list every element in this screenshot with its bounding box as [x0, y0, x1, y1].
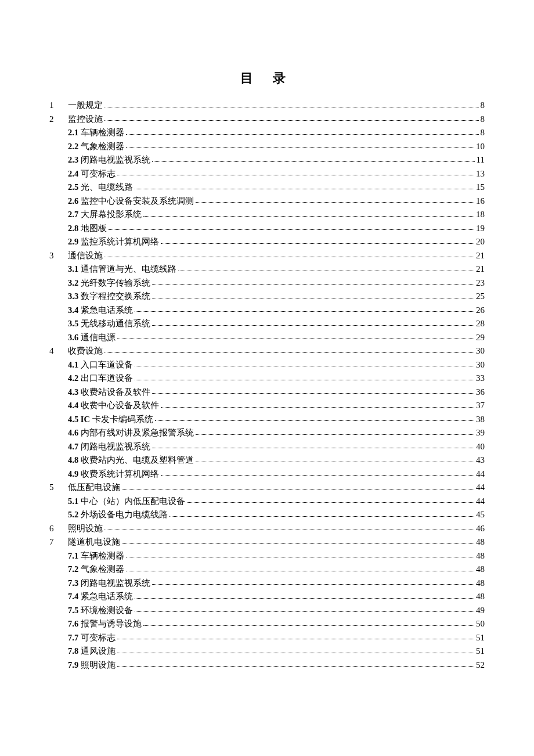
section-number: 2.6 [68, 196, 78, 206]
section-title: 卡发卡编码系统 [92, 415, 153, 424]
toc-entry: 4.6内部有线对讲及紧急报警系统39 [49, 426, 485, 440]
section-number: 2.5 [68, 182, 78, 192]
section-title: 收费站内光、电缆及塑料管道 [81, 455, 194, 465]
entry-text: 7.5环境检测设备 [68, 604, 133, 618]
dot-leader [143, 216, 474, 217]
entry-text: 低压配电设施 [68, 481, 120, 495]
section-title: 入口车道设备 [81, 360, 133, 369]
toc-entry: 7.7可变标志51 [49, 631, 485, 645]
page-number: 51 [476, 645, 485, 658]
page-number: 30 [476, 344, 485, 358]
dot-leader [104, 107, 479, 107]
section-number: 7.1 [68, 551, 78, 560]
section-number: 4.8 [68, 455, 78, 465]
section-number: 7.2 [68, 564, 78, 574]
entry-text: 2.9监控系统计算机网络 [68, 235, 159, 249]
dot-leader [117, 175, 474, 175]
entry-text: 5.2外场设备电力电缆线路 [68, 508, 168, 522]
section-title: 闭路电视监视系统 [81, 442, 150, 451]
section-title: 地图板 [81, 224, 107, 233]
page-number: 48 [476, 577, 485, 591]
dot-leader [122, 543, 474, 544]
dot-leader [152, 161, 474, 162]
toc-entry: 7.9照明设施52 [49, 658, 485, 672]
entry-text: 4.9收费系统计算机网络 [68, 467, 159, 481]
dot-leader [104, 352, 474, 353]
section-number: 2.3 [68, 155, 78, 164]
page-number: 18 [476, 208, 485, 222]
section-title: 照明设施 [81, 660, 116, 669]
dot-leader [126, 571, 474, 571]
section-title: 可变标志 [81, 169, 116, 178]
entry-text: 7.7可变标志 [68, 631, 116, 645]
page-number: 16 [476, 195, 485, 208]
page-number: 33 [476, 372, 485, 386]
page-number: 23 [476, 276, 485, 290]
toc-entry: 3.3数字程控交换系统25 [49, 290, 485, 304]
dot-leader [117, 666, 474, 667]
toc-entry: 4.3收费站设备及软件36 [49, 386, 485, 399]
section-number: 4.3 [68, 387, 78, 397]
entry-text: 4.8收费站内光、电缆及塑料管道 [68, 453, 194, 467]
section-title: 气象检测器 [81, 142, 124, 151]
section-title: 低压配电设施 [68, 483, 120, 492]
page-number: 43 [476, 453, 485, 467]
page-number: 25 [476, 290, 485, 304]
page-number: 15 [476, 181, 485, 195]
section-title: 环境检测设备 [81, 606, 133, 615]
entry-text: 照明设施 [68, 522, 103, 536]
section-number: 4.1 [68, 360, 78, 369]
toc-entry: 2.5光、电缆线路15 [49, 181, 485, 195]
dot-leader [152, 325, 474, 326]
page-number: 38 [476, 413, 485, 427]
entry-text: 3.5无线移动通信系统 [68, 317, 150, 331]
entry-text: 隧道机电设施 [68, 535, 120, 549]
dot-leader [104, 257, 474, 257]
toc-entry: 4收费设施30 [49, 344, 485, 358]
page-number: 40 [476, 440, 485, 454]
section-title: 收费中心设备及软件 [81, 401, 159, 410]
page-number: 8 [481, 113, 485, 127]
section-number: 7.7 [68, 633, 78, 642]
toc-entry: 2.3闭路电视监视系统11 [49, 153, 485, 167]
section-title: 光纤数字传输系统 [81, 278, 150, 287]
page-number: 28 [476, 317, 485, 331]
dot-leader [152, 298, 474, 298]
entry-text: 4.5 IC卡发卡编码系统 [68, 413, 153, 427]
entry-text: 3.2光纤数字传输系统 [68, 276, 150, 290]
section-title: 通风设施 [81, 646, 116, 656]
toc-entry: 4.4收费中心设备及软件37 [49, 399, 485, 413]
section-number: 4.6 [68, 428, 78, 437]
section-title: 一般规定 [68, 100, 103, 110]
page-number: 29 [476, 331, 485, 345]
dot-leader [135, 380, 474, 380]
toc-entry: 7.3闭路电视监视系统48 [49, 577, 485, 591]
toc-entry: 4.7闭路电视监视系统40 [49, 440, 485, 454]
section-number: 7.5 [68, 606, 78, 615]
section-title: 气象检测器 [81, 564, 124, 574]
dot-leader [196, 462, 474, 462]
entry-text: 5.1中心（站）内低压配电设备 [68, 495, 185, 509]
entry-text: 7.3闭路电视监视系统 [68, 577, 150, 591]
toc-entry: 5.2外场设备电力电缆线路45 [49, 508, 485, 522]
section-title: 闭路电视监视系统 [81, 155, 150, 164]
dot-leader [152, 393, 474, 394]
section-number: 3.6 [68, 333, 78, 342]
dot-leader [135, 598, 474, 599]
dot-leader [161, 243, 474, 244]
page-number: 44 [476, 495, 485, 509]
toc-entry: 2.4可变标志13 [49, 167, 485, 181]
toc-entry: 3.4紧急电话系统26 [49, 304, 485, 318]
page-number: 44 [476, 481, 485, 495]
chapter-number: 3 [49, 249, 68, 263]
chapter-number: 1 [49, 99, 68, 113]
entry-text: 2.1车辆检测器 [68, 126, 124, 140]
section-title: 光、电缆线路 [81, 182, 133, 192]
toc-entry: 7隧道机电设施48 [49, 535, 485, 549]
section-number: 2.8 [68, 224, 78, 233]
section-title: 监控系统计算机网络 [81, 237, 159, 246]
section-title: 隧道机电设施 [68, 537, 120, 546]
page-number: 39 [476, 426, 485, 440]
entry-text: 4.2出口车道设备 [68, 372, 133, 386]
section-number: 2.4 [68, 169, 78, 178]
